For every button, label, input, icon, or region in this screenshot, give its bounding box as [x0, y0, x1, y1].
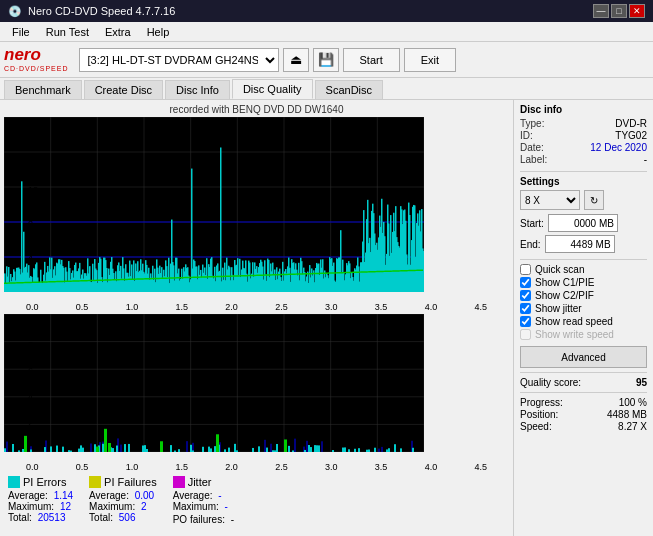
tab-disc-quality[interactable]: Disc Quality: [232, 79, 313, 99]
disc-id-value: TYG02: [615, 130, 647, 141]
app-title: Nero CD-DVD Speed 4.7.7.16: [28, 5, 175, 17]
minimize-button[interactable]: —: [593, 4, 609, 18]
start-label: Start:: [520, 218, 544, 229]
show-c2pif-label: Show C2/PIF: [535, 290, 594, 301]
start-input[interactable]: [548, 214, 618, 232]
quality-score-label: Quality score:: [520, 377, 581, 388]
pi-errors-avg-value: 1.14: [54, 490, 73, 501]
pi-failures-max-value: 2: [141, 501, 147, 512]
bx-label-45: 4.5: [474, 462, 487, 472]
show-read-speed-row: Show read speed: [520, 316, 647, 327]
pi-errors-total-value: 20513: [38, 512, 66, 523]
x-label-25: 2.5: [275, 302, 288, 312]
tabs-bar: Benchmark Create Disc Disc Info Disc Qua…: [0, 78, 653, 100]
legend: PI Errors Average: 1.14 Maximum: 12 Tota…: [4, 476, 509, 525]
po-failures-value: -: [231, 514, 234, 525]
position-value: 4488 MB: [607, 409, 647, 420]
titlebar: 💿 Nero CD-DVD Speed 4.7.7.16 — □ ✕: [0, 0, 653, 22]
pi-errors-max-label: Maximum:: [8, 501, 54, 512]
quick-scan-label: Quick scan: [535, 264, 584, 275]
show-write-speed-checkbox[interactable]: [520, 329, 531, 340]
options-section: Quick scan Show C1/PIE Show C2/PIF Show …: [520, 264, 647, 340]
pi-failures-total-value: 506: [119, 512, 136, 523]
position-row: Position: 4488 MB: [520, 409, 647, 420]
jitter-avg-value: -: [218, 490, 221, 501]
show-write-speed-label: Show write speed: [535, 329, 614, 340]
by-label-10-right: 10: [28, 316, 38, 326]
menu-run-test[interactable]: Run Test: [38, 24, 97, 40]
speed-select[interactable]: 8 X Maximum 4 X 2 X: [520, 190, 580, 210]
pi-failures-avg-label: Average:: [89, 490, 129, 501]
start-button[interactable]: Start: [343, 48, 400, 72]
show-c2pif-row: Show C2/PIF: [520, 290, 647, 301]
disc-date-label: Date:: [520, 142, 544, 153]
pi-errors-avg-label: Average:: [8, 490, 48, 501]
menu-extra[interactable]: Extra: [97, 24, 139, 40]
close-button[interactable]: ✕: [629, 4, 645, 18]
quality-score-value: 95: [636, 377, 647, 388]
nero-logo: nero: [4, 46, 69, 65]
show-write-speed-row: Show write speed: [520, 329, 647, 340]
refresh-button[interactable]: ↻: [584, 190, 604, 210]
y-label-4-right: 4: [28, 253, 33, 263]
divider-2: [520, 259, 647, 260]
jitter-label: Jitter: [188, 476, 212, 488]
exit-button[interactable]: Exit: [404, 48, 456, 72]
pi-errors-legend: PI Errors Average: 1.14 Maximum: 12 Tota…: [8, 476, 73, 525]
bottom-x-axis: 0.0 0.5 1.0 1.5 2.0 2.5 3.0 3.5 4.0 4.5: [4, 462, 509, 472]
end-input[interactable]: [545, 235, 615, 253]
divider-3: [520, 372, 647, 373]
top-chart-wrapper: 20 16 12 8 4 20 16 12 8 4: [4, 117, 509, 302]
show-c2pif-checkbox[interactable]: [520, 290, 531, 301]
pi-failures-total-label: Total:: [89, 512, 113, 523]
app-icon: 💿: [8, 5, 22, 18]
by-label-6-right: 6: [28, 366, 33, 376]
show-read-speed-checkbox[interactable]: [520, 316, 531, 327]
disc-type-value: DVD-R: [615, 118, 647, 129]
chart-title: recorded with BENQ DVD DD DW1640: [4, 104, 509, 115]
menu-help[interactable]: Help: [139, 24, 178, 40]
bottom-chart-canvas: [4, 314, 424, 452]
x-label-15: 1.5: [175, 302, 188, 312]
right-panel: Disc info Type: DVD-R ID: TYG02 Date: 12…: [513, 100, 653, 536]
start-row: Start:: [520, 214, 647, 232]
speed-row: 8 X Maximum 4 X 2 X ↻: [520, 190, 647, 210]
y-label-12-right: 12: [28, 185, 38, 195]
maximize-button[interactable]: □: [611, 4, 627, 18]
progress-value: 100 %: [619, 397, 647, 408]
show-c1pie-checkbox[interactable]: [520, 277, 531, 288]
quick-scan-checkbox[interactable]: [520, 264, 531, 275]
y-label-8-right: 8: [28, 219, 33, 229]
tab-disc-info[interactable]: Disc Info: [165, 80, 230, 99]
x-label-2: 2.0: [225, 302, 238, 312]
tab-scan-disc[interactable]: ScanDisc: [315, 80, 383, 99]
x-label-35: 3.5: [375, 302, 388, 312]
pi-errors-avg-row: Average: 1.14: [8, 490, 73, 501]
pi-errors-label: PI Errors: [23, 476, 66, 488]
advanced-button[interactable]: Advanced: [520, 346, 647, 368]
bottom-chart-wrapper: 10 8 6 4 2 10 8 6 4 2: [4, 314, 509, 462]
show-jitter-label: Show jitter: [535, 303, 582, 314]
disc-id-row: ID: TYG02: [520, 130, 647, 141]
menu-file[interactable]: File: [4, 24, 38, 40]
tab-create-disc[interactable]: Create Disc: [84, 80, 163, 99]
divider-4: [520, 392, 647, 393]
drive-select[interactable]: [3:2] HL-DT-ST DVDRAM GH24NSD0 LH00: [79, 48, 279, 72]
jitter-max-label: Maximum:: [173, 501, 219, 512]
top-x-labels: 0.0 0.5 1.0 1.5 2.0 2.5 3.0 3.5 4.0 4.5: [26, 302, 487, 312]
by-label-2-right: 2: [28, 418, 33, 428]
save-icon-button[interactable]: 💾: [313, 48, 339, 72]
pi-failures-total-row: Total: 506: [89, 512, 157, 523]
speed-display-value: 8.27 X: [618, 421, 647, 432]
jitter-max-value: -: [225, 501, 228, 512]
show-jitter-checkbox[interactable]: [520, 303, 531, 314]
po-failures-label: PO failures:: [173, 514, 225, 525]
show-read-speed-label: Show read speed: [535, 316, 613, 327]
tab-benchmark[interactable]: Benchmark: [4, 80, 82, 99]
progress-section: Progress: 100 % Position: 4488 MB Speed:…: [520, 397, 647, 432]
bx-label-15: 1.5: [175, 462, 188, 472]
settings-title: Settings: [520, 176, 647, 187]
pi-failures-legend: PI Failures Average: 0.00 Maximum: 2 Tot…: [89, 476, 157, 525]
eject-icon-button[interactable]: ⏏: [283, 48, 309, 72]
position-label: Position:: [520, 409, 558, 420]
